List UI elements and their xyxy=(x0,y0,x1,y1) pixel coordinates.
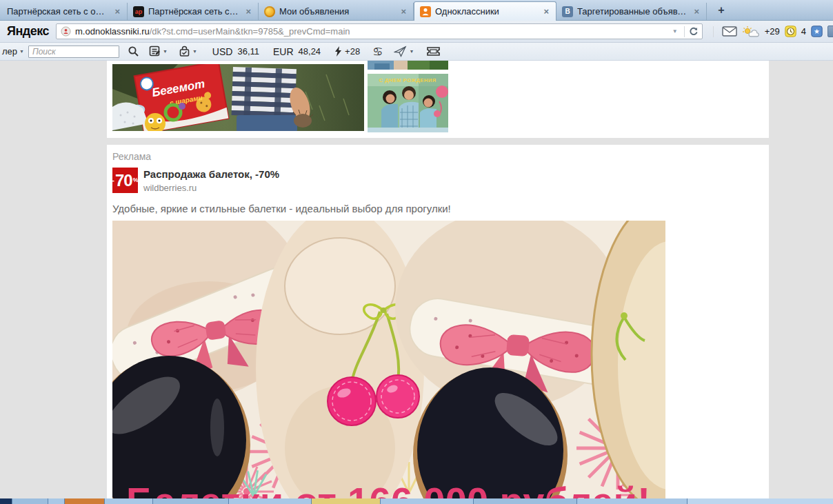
url-domain: m.odnoklassniki.ru xyxy=(75,26,150,37)
tab-label: Партнёрская сеть с оплат... xyxy=(148,6,240,17)
tab-label: Партнёрская сеть с оплат... xyxy=(7,6,109,17)
taskbar-button[interactable] xyxy=(474,498,577,504)
banner-caption: Балетки от 166 000 рублей! xyxy=(126,479,650,498)
tab-targeted-ads[interactable]: В Таргетированные объявл... × xyxy=(556,3,707,20)
url-text: m.odnoklassniki.ru/dk?st.cmd=userMain&tk… xyxy=(75,26,350,37)
search-icon[interactable] xyxy=(128,46,139,57)
svg-text:★: ★ xyxy=(814,28,820,35)
tab-my-ads[interactable]: Мои объявления × xyxy=(259,3,414,20)
tab-partner-network-1[interactable]: Партнёрская сеть с оплат... × xyxy=(1,3,128,20)
usd-rate[interactable]: USD 36,11 xyxy=(212,46,259,57)
photos-card: Бегемот с шарами xyxy=(107,61,769,138)
weather-icon[interactable] xyxy=(742,26,760,38)
start-button[interactable] xyxy=(0,498,12,504)
chevron-down-icon: ▼ xyxy=(192,49,197,54)
eur-rate[interactable]: EUR 48,24 xyxy=(273,46,321,57)
clipped-edge-icon[interactable] xyxy=(827,26,833,37)
taskbar-button[interactable] xyxy=(577,498,688,504)
usd-label: USD xyxy=(212,46,233,57)
tab-partner-network-2[interactable]: ap Партнёрская сеть с оплат... × xyxy=(128,3,259,20)
ok-favicon-icon xyxy=(420,6,431,17)
close-icon[interactable]: × xyxy=(692,6,701,17)
bookmarks-star-icon[interactable]: ★ xyxy=(811,26,823,37)
url-dropdown-icon[interactable]: ▼ xyxy=(670,28,681,34)
lightning-icon xyxy=(334,46,342,57)
reload-icon[interactable] xyxy=(688,26,699,37)
photo-top-right[interactable] xyxy=(368,61,448,70)
chevron-down-icon: ▼ xyxy=(19,49,24,54)
ticket-icon[interactable] xyxy=(426,46,441,57)
chevron-down-icon: ▼ xyxy=(163,49,168,54)
close-icon[interactable]: × xyxy=(244,6,252,17)
close-icon[interactable]: × xyxy=(113,6,121,17)
taskbar-tray[interactable] xyxy=(688,498,833,504)
ad-description: Удобные, яркие и стильные балетки - идеа… xyxy=(112,203,451,214)
ad-card: Реклама -70% Распродажа балеток, -70% wi… xyxy=(107,145,769,498)
ad-title[interactable]: Распродажа балеток, -70% xyxy=(143,168,279,180)
ad-section-label: Реклама xyxy=(112,151,151,162)
ad-site-url: wildberries.ru xyxy=(143,183,197,193)
toolbar-overflow-button[interactable]: лер ▼ xyxy=(2,46,24,57)
eur-value: 48,24 xyxy=(299,46,321,57)
taskbar-button[interactable] xyxy=(153,498,229,504)
weather-temp: +29 xyxy=(765,26,780,37)
taskbar-button[interactable] xyxy=(229,498,312,504)
coin-favicon-icon xyxy=(264,6,275,17)
address-bar-row: Яндекс m.odnoklassniki.ru/dk?st.cmd=user… xyxy=(0,21,833,43)
url-path: /dk?st.cmd=userMain&tkn=9785&_prevCmd=ma… xyxy=(150,26,350,37)
logo-minus: - xyxy=(112,177,114,184)
search-input[interactable] xyxy=(28,46,119,58)
photo-toybox[interactable]: Бегемот с шарами xyxy=(112,64,364,131)
birthday-banner-text: С ДНЕМ РОЖДЕНИЯ xyxy=(379,77,436,83)
logo-number: 70 xyxy=(115,172,132,189)
ad-banner[interactable]: Балетки от 166 000 рублей! xyxy=(112,221,665,498)
yandex-toolbar: лер ▼ ▼ ▼ USD 36,11 EUR 48,24 +28 ♋ xyxy=(0,43,833,61)
chevron-down-icon: ▼ xyxy=(409,49,414,54)
zodiac-cancer-icon[interactable]: ♋ xyxy=(372,45,383,59)
tab-bar: Партнёрская сеть с оплат... × ap Партнёр… xyxy=(0,0,833,21)
photo-birthday[interactable]: С ДНЕМ РОЖДЕНИЯ xyxy=(368,74,448,132)
eur-label: EUR xyxy=(273,46,294,57)
logo-percent: % xyxy=(133,177,139,183)
usd-value: 36,11 xyxy=(237,46,259,57)
tab-label: Таргетированные объявл... xyxy=(577,6,688,17)
browser-window: Партнёрская сеть с оплат... × ap Партнёр… xyxy=(0,0,833,61)
taskbar-button[interactable] xyxy=(65,498,105,504)
tab-label: Мои объявления xyxy=(279,6,395,17)
yandex-button[interactable]: Яндекс xyxy=(3,24,56,39)
overflow-label: лер xyxy=(2,46,17,57)
page-content: Бегемот с шарами xyxy=(0,61,833,498)
taskbar-button[interactable] xyxy=(381,498,474,504)
apps-grid-icon[interactable]: ▼ xyxy=(149,46,168,57)
vk-favicon-icon: В xyxy=(562,6,573,17)
new-tab-button[interactable]: + xyxy=(712,3,730,17)
tab-label: Одноклассники xyxy=(435,6,538,17)
close-icon[interactable]: × xyxy=(542,6,550,17)
middle-shoe xyxy=(256,221,424,498)
taskbar xyxy=(0,498,833,504)
taskbar-button[interactable] xyxy=(105,498,153,504)
badge-count: 4 xyxy=(801,26,806,37)
ap-favicon-icon: ap xyxy=(133,6,144,17)
close-icon[interactable]: × xyxy=(399,6,408,17)
temperature-widget[interactable]: +28 xyxy=(334,46,360,57)
mail-icon[interactable] xyxy=(722,26,737,37)
temp-value: +28 xyxy=(345,46,360,57)
site-favicon-icon xyxy=(60,26,71,37)
taskbar-button[interactable] xyxy=(12,498,48,504)
ad-logo-minus70[interactable]: -70% xyxy=(112,168,138,193)
url-bar[interactable]: m.odnoklassniki.ru/dk?st.cmd=userMain&tk… xyxy=(56,23,703,39)
history-clock-icon[interactable] xyxy=(785,26,796,37)
address-bar-widgets: +29 4 ★ xyxy=(703,26,830,38)
taskbar-button[interactable] xyxy=(48,498,65,504)
tab-odnoklassniki[interactable]: Одноклассники × xyxy=(414,1,556,21)
bag-check-icon[interactable]: ▼ xyxy=(179,46,197,57)
taskbar-button[interactable] xyxy=(312,498,381,504)
send-plane-icon[interactable]: ▼ xyxy=(394,46,414,57)
